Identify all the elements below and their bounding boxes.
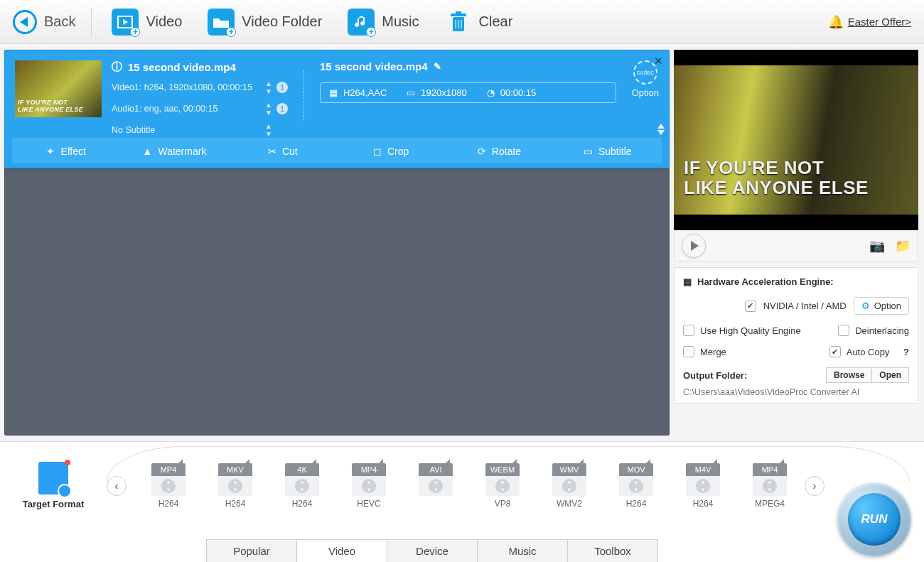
- format-mkv-h264[interactable]: MKVH264: [215, 463, 256, 509]
- play-button[interactable]: [682, 234, 706, 258]
- open-folder-icon[interactable]: 📁: [895, 238, 910, 254]
- tab-popular[interactable]: Popular: [206, 539, 297, 562]
- move-down-icon[interactable]: [657, 130, 665, 135]
- crop-button[interactable]: ◻Crop: [337, 139, 445, 163]
- formats-list: MP4H264MKVH2644KH264MP4HEVCAVIWEBMVP8WMV…: [127, 463, 805, 509]
- reel-icon: [753, 476, 787, 496]
- svg-marker-1: [123, 19, 128, 25]
- tab-toolbox[interactable]: Toolbox: [567, 539, 658, 562]
- reel-icon: [151, 476, 186, 496]
- tab-device[interactable]: Device: [387, 539, 478, 562]
- preview-caption: IF YOU'RE NOTLIKE ANYONE ELSE: [684, 158, 869, 198]
- subtitle-stepper[interactable]: ▲▼: [265, 122, 272, 138]
- queue-empty-area[interactable]: [4, 168, 670, 436]
- browse-button[interactable]: Browse: [826, 367, 871, 383]
- add-video-button[interactable]: + Video: [106, 9, 188, 36]
- open-button[interactable]: Open: [871, 367, 909, 383]
- dest-summary[interactable]: ▦H264,AAC ▭1920x1080 ◔00:00:15: [320, 82, 616, 103]
- back-button[interactable]: Back: [13, 8, 92, 36]
- clear-button[interactable]: Clear: [439, 9, 519, 36]
- preview-viewport: IF YOU'RE NOTLIKE ANYONE ELSE: [674, 50, 918, 230]
- codec-option-button[interactable]: codec Option: [632, 60, 659, 133]
- format-mov-h264[interactable]: MOVH264: [616, 463, 657, 509]
- trash-icon: [445, 9, 472, 36]
- format-m4v-h264[interactable]: M4VH264: [682, 463, 724, 509]
- gear-icon: ⚙: [861, 301, 870, 311]
- bottom-bar: Target Format ‹ MP4H264MKVH2644KH264MP4H…: [0, 441, 924, 562]
- rotate-icon: ⟳: [478, 146, 486, 157]
- watermark-button[interactable]: ▲Watermark: [120, 139, 228, 163]
- hw-checkbox[interactable]: [745, 301, 756, 312]
- format-mp4-hevc[interactable]: MP4HEVC: [348, 463, 390, 509]
- deint-label: Deinterlacing: [855, 325, 909, 336]
- rename-icon[interactable]: ✎: [434, 61, 441, 72]
- hq-checkbox[interactable]: [683, 325, 694, 336]
- formats-prev-button[interactable]: ‹: [107, 476, 127, 496]
- format-avi-none[interactable]: AVI: [415, 463, 456, 509]
- video-icon: +: [112, 9, 139, 36]
- format-webm-vp8[interactable]: WEBMVP8: [482, 463, 523, 509]
- easter-offer-link[interactable]: 🔔 Easter Offer>: [828, 14, 911, 30]
- add-video-folder-button[interactable]: + Video Folder: [202, 9, 328, 36]
- dest-title: 15 second video.mp4: [320, 60, 428, 72]
- move-up-icon[interactable]: [657, 124, 665, 129]
- run-button[interactable]: RUN: [837, 482, 911, 556]
- codec-option-label: Option: [632, 87, 659, 98]
- bell-icon: 🔔: [828, 14, 844, 30]
- format-badge: M4V: [686, 463, 720, 476]
- reel-icon: [485, 476, 520, 496]
- hw-option-button[interactable]: ⚙ Option: [854, 297, 909, 315]
- help-icon[interactable]: ?: [903, 347, 909, 357]
- snapshot-icon[interactable]: 📷: [869, 238, 885, 254]
- reel-icon: [619, 476, 653, 496]
- plus-badge-icon: +: [226, 27, 236, 37]
- resolution-icon: ▭: [407, 87, 415, 98]
- back-label: Back: [44, 13, 75, 30]
- format-badge: WEBM: [485, 463, 520, 476]
- thumb-caption: IF YOU'RE NOTLIKE ANYONE ELSE: [18, 99, 83, 113]
- format-mp4-h264[interactable]: MP4H264: [148, 463, 189, 509]
- svg-rect-4: [456, 11, 461, 13]
- reorder-controls: [657, 124, 665, 135]
- reel-icon: [285, 476, 319, 496]
- svg-rect-3: [451, 13, 466, 16]
- video-track-stepper[interactable]: ▲▼: [265, 80, 272, 95]
- video-item-card[interactable]: ✕ IF YOU'RE NOTLIKE ANYONE ELSE ⓘ 15 sec…: [4, 50, 670, 168]
- crop-icon: ◻: [373, 146, 382, 157]
- effect-button[interactable]: ✦Effect: [12, 139, 120, 163]
- tab-video[interactable]: Video: [296, 539, 387, 562]
- format-badge: 4K: [285, 463, 319, 476]
- format-wmv-wmv2[interactable]: WMVWMV2: [549, 463, 590, 509]
- run-label: RUN: [848, 493, 901, 546]
- subtitle-button[interactable]: ▭Subtitle: [554, 139, 662, 163]
- deint-checkbox[interactable]: [838, 325, 849, 336]
- target-format[interactable]: Target Format: [0, 462, 107, 509]
- hw-title: Hardware Acceleration Engine:: [697, 276, 834, 287]
- target-format-icon: [38, 462, 68, 495]
- format-codec: WMV2: [557, 499, 582, 509]
- add-music-button[interactable]: + Music: [342, 9, 424, 36]
- close-icon[interactable]: ✕: [654, 55, 663, 67]
- queue-panel: ✕ IF YOU'RE NOTLIKE ANYONE ELSE ⓘ 15 sec…: [0, 44, 670, 441]
- cut-button[interactable]: ✂Cut: [229, 139, 337, 163]
- reel-icon: [352, 476, 386, 496]
- rotate-button[interactable]: ⟳Rotate: [445, 139, 553, 163]
- video-track-count: 1: [276, 82, 288, 93]
- format-4k-h264[interactable]: 4KH264: [281, 463, 323, 509]
- settings-panel: ▦ Hardware Acceleration Engine: NVIDIA /…: [674, 267, 918, 404]
- merge-checkbox[interactable]: [683, 346, 694, 357]
- audio-track-stepper[interactable]: ▲▼: [265, 101, 272, 117]
- format-codec: VP8: [495, 499, 511, 509]
- reel-icon: [686, 476, 720, 496]
- merge-label: Merge: [700, 347, 726, 357]
- format-codec: MPEG4: [755, 499, 785, 509]
- dest-duration: 00:00:15: [500, 87, 537, 98]
- output-path[interactable]: C:\Users\aaa\Videos\VideoProc Converter …: [683, 387, 909, 397]
- video-track-line: Video1: h264, 1920x1080, 00:00:15: [112, 82, 261, 92]
- tab-music[interactable]: Music: [477, 539, 568, 562]
- formats-next-button[interactable]: ›: [805, 476, 824, 496]
- reel-icon: [552, 476, 586, 496]
- format-mp4-mpeg4[interactable]: MP4MPEG4: [749, 463, 790, 509]
- main-area: ✕ IF YOU'RE NOTLIKE ANYONE ELSE ⓘ 15 sec…: [0, 44, 924, 441]
- autocopy-checkbox[interactable]: [829, 346, 841, 357]
